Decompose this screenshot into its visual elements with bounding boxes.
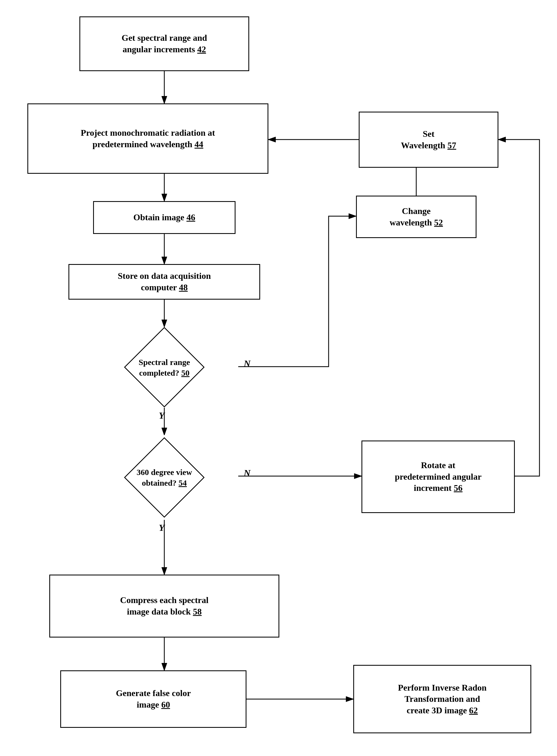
box-58-num: 58 [193,607,202,617]
box-48-label: Store on data acquisitioncomputer 48 [118,270,211,293]
flowchart: Get spectral range andangular increments… [0,0,557,756]
box-56: Rotate atpredetermined angularincrement … [361,441,515,513]
diamond-54: 360 degree viewobtained? 54 [90,435,238,520]
box-60-num: 60 [161,700,170,710]
box-48: Store on data acquisitioncomputer 48 [68,264,260,300]
box-44-label: Project monochromatic radiation atpredet… [81,127,215,150]
box-44-num: 44 [195,139,203,149]
diamond-54-num: 54 [179,478,187,487]
box-62-num: 62 [469,705,478,715]
box-46: Obtain image 46 [93,201,235,234]
box-57-label: SetWavelength 57 [401,128,456,151]
box-60-label: Generate false colorimage 60 [116,688,191,710]
box-44: Project monochromatic radiation atpredet… [27,103,268,174]
box-60: Generate false colorimage 60 [60,670,246,728]
box-52-label: Changewavelength 52 [390,206,443,228]
label-y-50: Y [159,410,165,421]
box-56-label: Rotate atpredetermined angularincrement … [395,460,482,494]
box-62: Perform Inverse RadonTransformation andc… [353,665,531,733]
box-62-label: Perform Inverse RadonTransformation andc… [398,682,486,716]
box-58: Compress each spectralimage data block 5… [49,575,279,637]
box-57-num: 57 [447,140,456,150]
box-42-label: Get spectral range andangular increments… [122,32,207,55]
diamond-50-label: Spectral rangecompleted? 50 [139,357,190,378]
box-48-num: 48 [179,282,187,292]
diamond-50: Spectral rangecompleted? 50 [90,327,238,408]
box-56-num: 56 [454,483,463,493]
box-42: Get spectral range andangular increments… [80,17,249,71]
diamond-54-label: 360 degree viewobtained? 54 [137,467,192,488]
label-n-50: N [244,358,251,369]
box-57: SetWavelength 57 [359,112,498,168]
box-52-num: 52 [434,218,443,227]
box-46-num: 46 [186,212,195,222]
box-46-label: Obtain image 46 [134,212,195,223]
diamond-50-num: 50 [181,368,189,377]
box-42-num: 42 [197,44,206,54]
box-52: Changewavelength 52 [356,196,476,238]
label-n-54: N [244,468,251,478]
label-y-54: Y [159,523,165,533]
box-58-label: Compress each spectralimage data block 5… [120,595,209,617]
